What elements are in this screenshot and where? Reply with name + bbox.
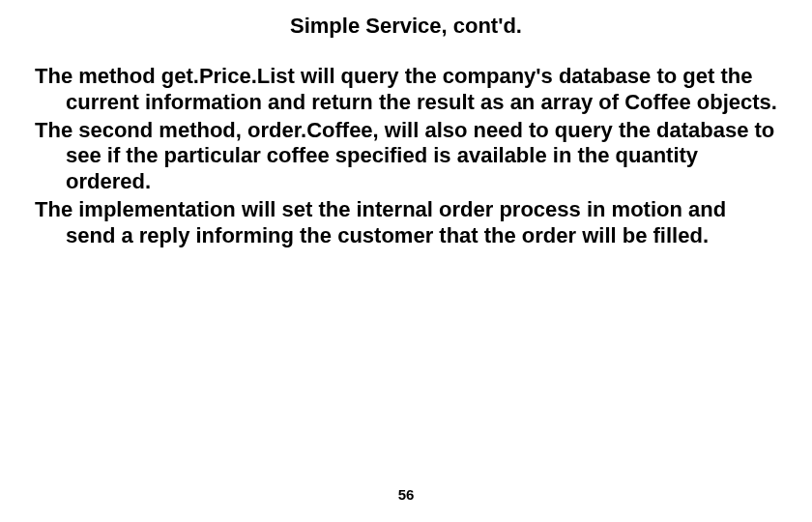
slide: Simple Service, cont'd. The method get.P…	[0, 0, 812, 522]
slide-title: Simple Service, cont'd.	[35, 14, 777, 39]
body-paragraph: The implementation will set the internal…	[35, 197, 777, 249]
page-number: 56	[0, 486, 812, 503]
body-paragraph: The second method, order.Coffee, will al…	[35, 118, 777, 195]
body-paragraph: The method get.Price.List will query the…	[35, 64, 777, 116]
